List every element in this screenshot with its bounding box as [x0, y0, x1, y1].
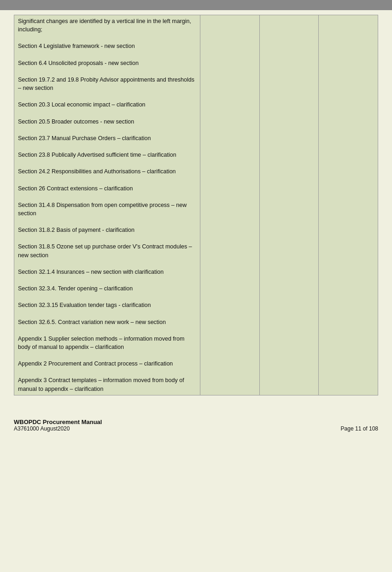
cell-content: Significant changes are identified by a …: [14, 15, 200, 395]
section-6-4: Section 6.4 Unsolicited proposals - new …: [18, 60, 139, 66]
footer: WBOPDC Procurement Manual A3761000 Augus…: [0, 400, 392, 436]
appendix-1: Appendix 1 Supplier selection methods – …: [18, 336, 184, 350]
section-24-2: Section 24.2 Responsibilities and Author…: [18, 168, 176, 175]
top-bar: [0, 0, 392, 10]
section-32-3-4: Section 32.3.4. Tender opening – clarifi…: [18, 285, 133, 292]
cell-empty-2: [259, 15, 319, 395]
table-row: Significant changes are identified by a …: [14, 15, 378, 395]
section-31-4-8: Section 31.4.8 Dispensation from open co…: [18, 202, 187, 217]
section-20-5: Section 20.5 Broader outcomes - new sect…: [18, 118, 134, 125]
footer-left: WBOPDC Procurement Manual A3761000 Augus…: [14, 419, 102, 432]
section-19: Section 19.7.2 and 19.8 Probity Advisor …: [18, 77, 194, 91]
footer-page: Page 11 of 108: [341, 425, 378, 432]
section-31-8-2: Section 31.8.2 Basis of payment - clarif…: [18, 227, 135, 233]
section-23-7: Section 23.7 Manual Purchase Orders – cl…: [18, 135, 151, 142]
appendix-3: Appendix 3 Contract templates – informat…: [18, 377, 184, 392]
section-32-3-15: Section 32.3.15 Evaluation tender tags -…: [18, 302, 151, 308]
footer-title: WBOPDC Procurement Manual: [14, 419, 102, 425]
intro-text: Significant changes are identified by a …: [18, 18, 191, 33]
section-23-8: Section 23.8 Publically Advertised suffi…: [18, 152, 176, 158]
main-table: Significant changes are identified by a …: [14, 15, 378, 395]
section-26: Section 26 Contract extensions – clarifi…: [18, 185, 133, 192]
footer-row: WBOPDC Procurement Manual A3761000 Augus…: [14, 419, 378, 432]
section-32-1-4: Section 32.1.4 Insurances – new section …: [18, 269, 164, 275]
page: Significant changes are identified by a …: [0, 0, 392, 572]
table-wrapper: Significant changes are identified by a …: [0, 10, 392, 400]
footer-subtitle: A3761000 August2020: [14, 425, 102, 432]
section-4: Section 4 Legislative framework - new se…: [18, 43, 135, 49]
section-31-8-5: Section 31.8.5 Ozone set up purchase ord…: [18, 243, 192, 258]
section-20-3: Section 20.3 Local economic impact – cla…: [18, 101, 146, 108]
cell-empty-1: [200, 15, 260, 395]
appendix-2: Appendix 2 Procurement and Contract proc…: [18, 360, 173, 367]
cell-empty-3: [319, 15, 378, 395]
section-32-6-5: Section 32.6.5. Contract variation new w…: [18, 319, 166, 325]
